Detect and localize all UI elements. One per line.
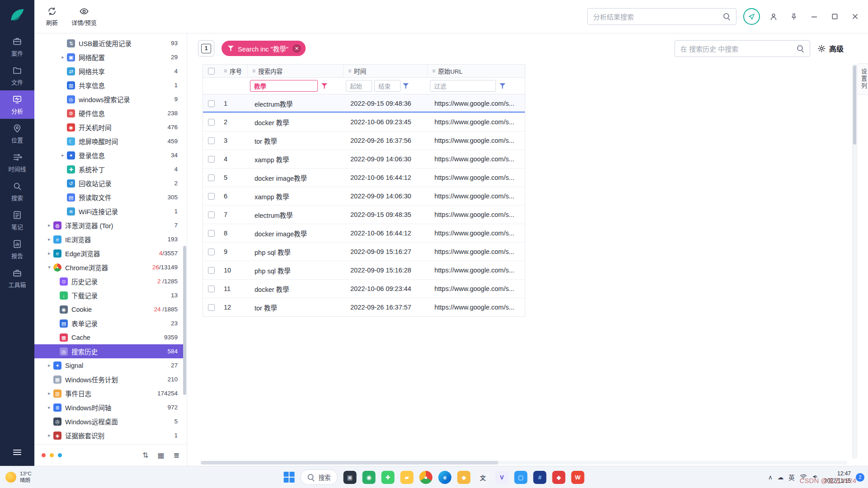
tree-expand-icon[interactable]: ▸ xyxy=(45,362,53,368)
tree-item[interactable]: ↓ 下载记录 13 xyxy=(34,288,183,302)
table-row[interactable]: 11 docker 教學 2022-10-06 09:23:44 https:/… xyxy=(203,279,525,298)
horizontal-scrollbar[interactable] xyxy=(201,461,847,465)
tray-cloud-icon[interactable]: ☁ xyxy=(778,474,784,481)
tree-item[interactable]: ▸ ✦ Signal 27 xyxy=(34,358,183,372)
row-checkbox[interactable] xyxy=(208,267,215,274)
taskbar-search[interactable]: 搜索 xyxy=(301,469,338,485)
row-checkbox[interactable] xyxy=(208,119,215,126)
rail-menu-button[interactable] xyxy=(12,447,23,460)
tree-expand-icon[interactable]: ▾ xyxy=(45,264,53,270)
weather-widget[interactable]: 13°C 晴朗 xyxy=(5,466,32,488)
tray-volume-icon[interactable] xyxy=(812,474,819,481)
tray-wifi-icon[interactable] xyxy=(800,474,807,481)
column-settings-tab[interactable]: 设置列 xyxy=(857,63,868,95)
tree-item[interactable]: ◉ Cookie 24 /1885 xyxy=(34,302,183,316)
row-checkbox[interactable] xyxy=(208,211,215,218)
tree-item[interactable]: ◎ windows搜索记录 9 xyxy=(34,92,183,106)
tree-item[interactable]: ✚ 系统补丁 4 xyxy=(34,162,183,176)
tree-item[interactable]: ▾ ● Chrome浏览器 26/13149 xyxy=(34,260,183,274)
tree-item[interactable]: ◎ 搜索历史 584 xyxy=(34,344,183,358)
rail-item-report[interactable]: 报告 xyxy=(0,235,34,263)
tree-item[interactable]: ▤ 表单记录 23 xyxy=(34,316,183,330)
time-funnel-icon[interactable] xyxy=(403,83,409,89)
minimize-button[interactable] xyxy=(807,10,821,23)
search-filter-chip[interactable]: Search inc "教學" ✕ xyxy=(222,41,306,56)
preview-button[interactable]: 详情/预览 xyxy=(71,6,97,27)
search-icon[interactable] xyxy=(723,13,731,20)
search-icon[interactable] xyxy=(797,45,804,52)
result-tab[interactable]: 1 xyxy=(198,40,214,56)
notification-badge[interactable]: 2 xyxy=(856,473,864,482)
user-button[interactable] xyxy=(767,10,780,23)
taskbar-app-icon[interactable]: ▢ xyxy=(514,471,528,484)
table-search-input[interactable]: 在 搜索历史 中搜索 xyxy=(675,40,810,57)
taskbar-app-icon[interactable]: V xyxy=(495,471,509,484)
column-header-url[interactable]: 原始URL xyxy=(427,65,524,77)
table-row[interactable]: 7 electrum教學 2022-09-15 09:48:35 https:/… xyxy=(203,205,525,224)
taskbar-app-icon[interactable]: ◆ xyxy=(458,471,471,484)
row-checkbox[interactable] xyxy=(208,230,215,237)
table-row[interactable]: 6 xampp 教學 2022-09-09 14:06:30 https://w… xyxy=(203,187,525,205)
table-row[interactable]: 9 php sql 教學 2022-09-09 15:16:27 https:/… xyxy=(203,242,525,261)
tree-expand-icon[interactable]: ▸ xyxy=(45,222,53,228)
content-filter-input[interactable]: 教學 xyxy=(250,80,318,92)
tree-item[interactable]: ▸ e Edge浏览器 4/3557 xyxy=(34,246,183,260)
tree-item[interactable]: ⊙ 历史记录 2 /1285 xyxy=(34,274,183,288)
table-row[interactable]: 1 electrum教學 2022-09-15 09:48:36 https:/… xyxy=(203,94,525,113)
row-checkbox[interactable] xyxy=(208,174,215,181)
header-checkbox[interactable] xyxy=(208,68,215,75)
taskbar-app-icon[interactable]: ✚ xyxy=(382,471,395,484)
tree-item[interactable]: ⇅ USB最近使用记录 93 xyxy=(34,36,183,50)
tree-item[interactable]: ▸ ✦ 登录信息 34 xyxy=(34,148,183,162)
tree-item[interactable]: ↺ 回收站记录 2 xyxy=(34,176,183,190)
sync-button[interactable] xyxy=(743,8,760,25)
taskbar-app-icon[interactable]: # xyxy=(533,471,547,484)
url-funnel-icon[interactable] xyxy=(500,83,505,89)
start-button[interactable] xyxy=(284,472,295,483)
table-row[interactable]: 3 tor 教學 2022-09-26 16:37:56 https://www… xyxy=(203,131,525,150)
vertical-scrollbar-thumb[interactable] xyxy=(853,66,856,145)
row-checkbox[interactable] xyxy=(208,304,215,311)
taskbar-app-icon[interactable]: W xyxy=(571,471,585,484)
maximize-button[interactable] xyxy=(828,10,841,23)
row-checkbox[interactable] xyxy=(208,286,215,292)
content-funnel-icon[interactable] xyxy=(321,83,327,89)
tree-item[interactable]: ≋ WiFi连接记录 1 xyxy=(34,204,183,218)
tree-expand-icon[interactable]: ▸ xyxy=(45,390,53,396)
table-row[interactable]: 8 docker image教學 2022-10-06 16:44:12 htt… xyxy=(203,224,525,242)
url-filter-input[interactable]: 过滤 xyxy=(430,80,496,92)
tree-item[interactable]: ▤ 预读取文件 305 xyxy=(34,190,183,204)
advanced-search-button[interactable]: 高级 xyxy=(817,43,844,54)
tray-language-indicator[interactable]: 英 xyxy=(788,473,795,482)
horizontal-scrollbar-thumb[interactable] xyxy=(201,461,498,465)
taskbar-app-icon[interactable]: e xyxy=(439,471,452,484)
close-button[interactable] xyxy=(848,10,862,23)
table-row[interactable]: 12 tor 教學 2022-09-26 16:37:57 https://ww… xyxy=(203,298,525,316)
vertical-scrollbar[interactable] xyxy=(852,64,857,459)
tree-item[interactable]: ◎ Windows远程桌面 5 xyxy=(34,414,183,428)
row-checkbox[interactable] xyxy=(208,100,215,107)
tree-item[interactable]: ▦ Cache 9359 xyxy=(34,330,183,344)
tree-item[interactable]: ▸ ◍ 洋葱浏览器 (Tor) 7 xyxy=(34,218,183,232)
table-row[interactable]: 4 xampp 教學 2022-09-09 14:06:30 https://w… xyxy=(203,150,525,168)
analysis-search-input[interactable]: 分析结果搜索 xyxy=(587,8,736,25)
taskbar-app-icon[interactable]: ▰ xyxy=(401,471,414,484)
time-end-filter-input[interactable]: 结束 xyxy=(374,80,401,92)
taskbar-app-icon[interactable]: ◆ xyxy=(552,471,566,484)
row-checkbox[interactable] xyxy=(208,193,215,200)
tree-item[interactable]: ▸ ≣ Windows时间轴 972 xyxy=(34,400,183,414)
column-header-content[interactable]: 搜索内容 xyxy=(247,65,343,77)
rail-item-notes[interactable]: 笔记 xyxy=(0,206,34,235)
tree-expand-icon[interactable]: ▸ xyxy=(59,54,67,60)
tree-item[interactable]: ▸ ▣ 网络配置 29 xyxy=(34,50,183,64)
grid-view-button[interactable]: ▦ xyxy=(157,451,164,460)
row-checkbox[interactable] xyxy=(208,156,215,163)
rail-item-case[interactable]: 案件 xyxy=(0,33,34,61)
taskbar-app-icon[interactable]: ● xyxy=(420,471,433,484)
list-view-button[interactable]: ≣ xyxy=(174,451,179,460)
tree-item[interactable]: ▸ ◈ 证据嵌套识别 1 xyxy=(34,428,183,442)
table-row[interactable]: 2 docker 教學 2022-10-06 09:23:45 https://… xyxy=(203,113,525,131)
tree-item[interactable]: ▸ e IE浏览器 193 xyxy=(34,232,183,246)
row-checkbox[interactable] xyxy=(208,137,215,144)
rail-item-search[interactable]: 搜索 xyxy=(0,177,34,206)
